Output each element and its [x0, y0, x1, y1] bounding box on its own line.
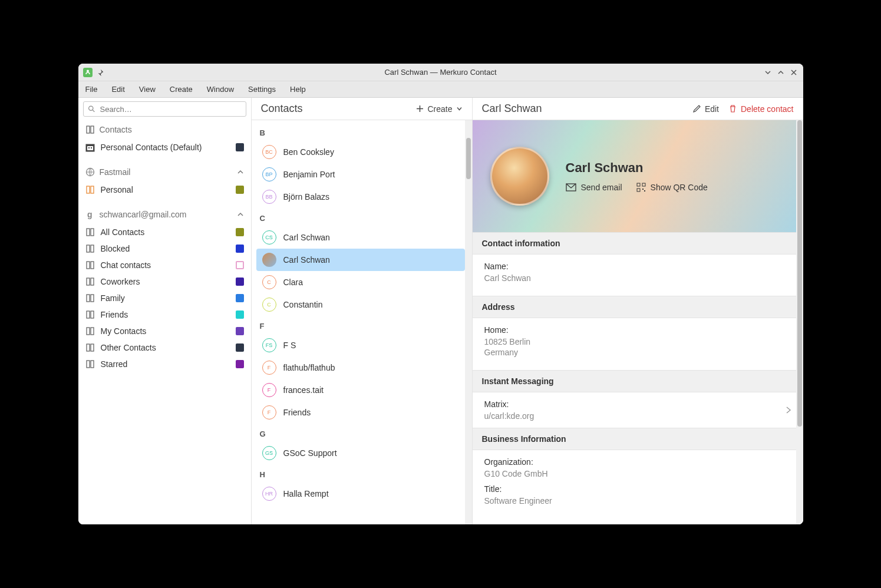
- svg-rect-14: [91, 229, 94, 236]
- list-scrollbar-thumb[interactable]: [466, 138, 471, 179]
- folder-label: Starred: [101, 359, 230, 369]
- contact-row[interactable]: CConstantin: [256, 293, 465, 316]
- svg-rect-10: [87, 186, 90, 193]
- svg-rect-36: [644, 190, 645, 191]
- create-label: Create: [427, 104, 452, 114]
- minimize-button[interactable]: [764, 69, 771, 76]
- send-email-button[interactable]: Send email: [566, 183, 622, 192]
- color-swatch: [236, 186, 244, 194]
- letter-header: B: [256, 123, 465, 141]
- menu-view[interactable]: View: [139, 85, 156, 94]
- contact-name: flathub/flathub: [283, 363, 335, 372]
- detail-scrollbar[interactable]: [796, 120, 803, 524]
- book-icon: [85, 260, 95, 270]
- pin-icon[interactable]: [96, 68, 104, 77]
- folder-row[interactable]: Family: [78, 290, 251, 306]
- svg-rect-24: [91, 311, 94, 318]
- contact-name: frances.tait: [283, 385, 324, 395]
- menu-create[interactable]: Create: [170, 85, 193, 94]
- folder-row[interactable]: My Contacts: [78, 323, 251, 339]
- org-value: G10 Code GmbH: [484, 469, 791, 478]
- folder-row[interactable]: All Contacts: [78, 224, 251, 240]
- contact-row[interactable]: Ffrances.tait: [256, 379, 465, 401]
- detail-scrollbar-thumb[interactable]: [797, 120, 802, 427]
- menu-help[interactable]: Help: [290, 85, 306, 94]
- im-row[interactable]: Matrix: u/carl:kde.org: [473, 392, 803, 428]
- maximize-button[interactable]: [777, 69, 784, 76]
- close-button[interactable]: [790, 69, 797, 76]
- contact-row[interactable]: BBBjörn Balazs: [256, 186, 465, 208]
- color-swatch: [236, 228, 244, 236]
- name-label: Name:: [484, 262, 791, 271]
- contact-row[interactable]: FFriends: [256, 401, 465, 424]
- color-swatch: [236, 278, 244, 286]
- contact-row[interactable]: BCBen Cooksley: [256, 141, 465, 163]
- menu-window[interactable]: Window: [207, 85, 234, 94]
- svg-rect-11: [91, 186, 94, 193]
- contact-row[interactable]: Fflathub/flathub: [256, 356, 465, 379]
- pencil-icon: [692, 104, 701, 113]
- contact-row[interactable]: GSGSoC Support: [256, 442, 465, 464]
- window-title: Carl Schwan — Merkuro Contact: [78, 68, 803, 77]
- im-value: u/carl:kde.org: [484, 411, 786, 421]
- letter-header: H: [256, 464, 465, 483]
- folder-row[interactable]: Coworkers: [78, 273, 251, 290]
- contact-name: Carl Schwan: [283, 255, 330, 265]
- contact-name: Halla Rempt: [283, 489, 329, 498]
- book-icon: [85, 343, 95, 352]
- edit-button[interactable]: Edit: [692, 104, 719, 114]
- contact-row[interactable]: BPBenjamin Port: [256, 163, 465, 186]
- mail-icon: [566, 183, 576, 191]
- sidebar-group-header[interactable]: g schwancarl@gmail.com: [78, 205, 251, 224]
- svg-rect-6: [87, 146, 93, 150]
- sidebar-group-header[interactable]: Fastmail: [78, 163, 251, 181]
- folder-label: Personal Contacts (Default): [101, 143, 230, 152]
- create-button[interactable]: Create: [416, 104, 462, 114]
- list-scrollbar[interactable]: [465, 120, 472, 524]
- chevron-up-icon: [237, 169, 244, 176]
- svg-rect-32: [637, 183, 640, 186]
- folder-row[interactable]: Friends: [78, 306, 251, 323]
- menu-edit[interactable]: Edit: [111, 85, 124, 94]
- book-icon: [85, 185, 95, 194]
- contact-row[interactable]: CClara: [256, 271, 465, 293]
- contact-row[interactable]: Carl Schwan: [256, 249, 465, 271]
- trash-icon: [728, 104, 737, 113]
- folder-row[interactable]: Starred: [78, 356, 251, 372]
- color-swatch: [236, 327, 244, 335]
- folder-label: Friends: [101, 310, 230, 319]
- folder-row[interactable]: Other Contacts: [78, 339, 251, 356]
- contact-row[interactable]: FSF S: [256, 334, 465, 356]
- menu-file[interactable]: File: [85, 85, 98, 94]
- org-label: Organization:: [484, 457, 791, 467]
- svg-rect-13: [87, 229, 90, 236]
- avatar-initials: BP: [262, 167, 276, 181]
- folder-row[interactable]: Personal: [78, 181, 251, 198]
- contact-name: Carl Schwan: [566, 160, 708, 176]
- svg-rect-22: [91, 295, 94, 302]
- avatar-initials: HR: [262, 487, 276, 501]
- delete-button[interactable]: Delete contact: [728, 104, 794, 114]
- folder-label: Personal: [101, 185, 230, 194]
- menu-settings[interactable]: Settings: [248, 85, 276, 94]
- folder-row[interactable]: Chat contacts: [78, 257, 251, 273]
- avatar-initials: C: [262, 275, 276, 289]
- app-window: Carl Schwan — Merkuro Contact File Edit …: [78, 64, 803, 524]
- folder-row[interactable]: Personal Contacts (Default): [78, 139, 251, 156]
- contact-name: Clara: [283, 278, 303, 287]
- contact-row[interactable]: HRHalla Rempt: [256, 483, 465, 505]
- app-icon: [83, 68, 93, 77]
- search-icon: [88, 105, 95, 113]
- svg-rect-18: [91, 262, 94, 269]
- folder-label: Blocked: [101, 244, 230, 253]
- title-label: Title:: [484, 484, 791, 494]
- address-line1: 10825 Berlin: [484, 337, 791, 346]
- contact-name: Friends: [283, 408, 311, 417]
- qr-button[interactable]: Show QR Code: [636, 183, 708, 192]
- search-input[interactable]: [83, 101, 246, 117]
- section-contact-info: Contact information: [473, 232, 803, 255]
- folder-row[interactable]: Blocked: [78, 240, 251, 257]
- contact-row[interactable]: CSCarl Schwan: [256, 226, 465, 249]
- qr-icon: [636, 183, 646, 192]
- svg-rect-28: [91, 344, 94, 351]
